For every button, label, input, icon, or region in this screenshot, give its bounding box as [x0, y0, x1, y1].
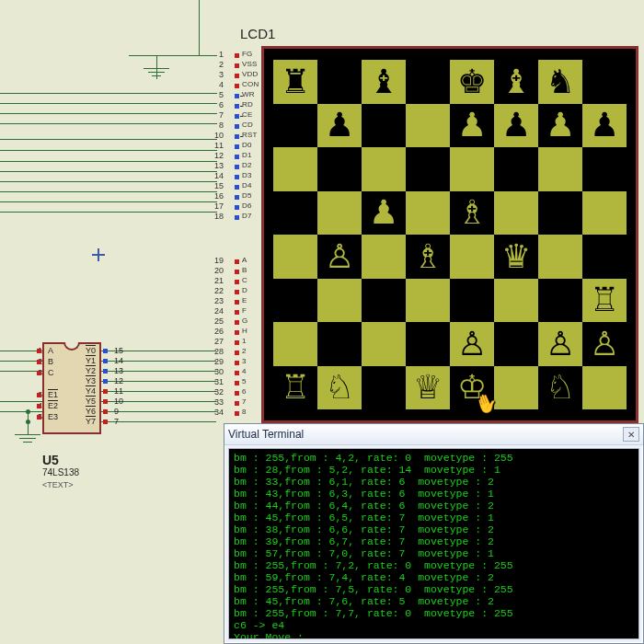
square-2-7[interactable] [582, 147, 627, 191]
square-5-2[interactable] [362, 279, 406, 323]
square-2-0[interactable] [273, 147, 317, 191]
square-4-4[interactable] [450, 235, 494, 279]
square-0-7[interactable] [582, 60, 627, 104]
piece-wk: ♔ [457, 371, 487, 404]
square-5-5[interactable] [494, 279, 538, 323]
square-7-4[interactable]: ♔ [450, 366, 494, 410]
piece-bp: ♟ [590, 109, 619, 142]
square-7-7[interactable] [582, 366, 627, 410]
square-1-5[interactable]: ♟ [494, 104, 538, 148]
virtual-terminal-window[interactable]: Virtual Terminal ✕ bm : 255,from : 4,2, … [224, 423, 644, 644]
piece-bb: ♝ [501, 65, 531, 98]
piece-bp: ♟ [325, 109, 354, 142]
square-0-5[interactable]: ♝ [494, 60, 538, 104]
piece-bp: ♟ [457, 109, 487, 142]
chess-board: ♜♝♚♝♞♟♟♟♟♟♟♗♙♗♛♖♙♙♙♖♘♕♔♘ [273, 60, 627, 409]
square-3-7[interactable] [582, 191, 627, 236]
square-4-0[interactable] [273, 235, 317, 279]
piece-wb: ♗ [457, 196, 487, 229]
square-3-4[interactable]: ♗ [450, 191, 494, 236]
piece-wp: ♙ [590, 328, 619, 361]
square-6-5[interactable] [494, 322, 538, 366]
square-1-6[interactable]: ♟ [538, 104, 582, 148]
square-1-2[interactable] [362, 104, 406, 148]
square-7-3[interactable]: ♕ [406, 366, 450, 410]
square-5-3[interactable] [406, 279, 450, 323]
square-7-0[interactable]: ♖ [273, 366, 317, 410]
lcd-ref-label: LCD1 [240, 26, 275, 41]
lcd-chess-display[interactable]: ♜♝♚♝♞♟♟♟♟♟♟♗♙♗♛♖♙♙♙♖♘♕♔♘ [261, 46, 638, 423]
piece-bp: ♟ [501, 109, 531, 142]
piece-wp: ♙ [546, 328, 575, 361]
square-2-1[interactable] [317, 147, 362, 191]
piece-wr: ♖ [590, 283, 619, 316]
piece-bp: ♟ [369, 196, 398, 229]
square-1-1[interactable]: ♟ [317, 104, 362, 148]
piece-br: ♜ [281, 65, 310, 98]
square-5-6[interactable] [538, 279, 582, 323]
square-6-7[interactable]: ♙ [582, 322, 627, 366]
piece-wb: ♗ [413, 240, 443, 273]
chip-part: 74LS138 [42, 467, 79, 477]
vt-titlebar[interactable]: Virtual Terminal ✕ [224, 424, 643, 445]
piece-wp: ♙ [325, 240, 354, 273]
piece-bk: ♚ [457, 65, 487, 98]
square-4-6[interactable] [538, 235, 582, 279]
square-0-6[interactable]: ♞ [538, 60, 582, 104]
piece-wn: ♘ [546, 371, 575, 404]
square-6-2[interactable] [362, 322, 406, 366]
square-1-4[interactable]: ♟ [450, 104, 494, 148]
square-2-6[interactable] [538, 147, 582, 191]
square-1-3[interactable] [406, 104, 450, 148]
square-6-4[interactable]: ♙ [450, 322, 494, 366]
lcd-pin-strip-bottom: 19A20B21C22D23E24F25G26H2712822933043153… [214, 257, 249, 419]
square-2-2[interactable] [362, 147, 406, 191]
square-1-0[interactable] [273, 104, 317, 148]
piece-bn: ♞ [546, 65, 575, 98]
square-0-2[interactable]: ♝ [362, 60, 406, 104]
square-4-3[interactable]: ♗ [406, 235, 450, 279]
piece-wn: ♘ [325, 371, 354, 404]
square-3-0[interactable] [273, 191, 317, 236]
piece-wr: ♖ [281, 371, 310, 404]
close-icon[interactable]: ✕ [623, 427, 639, 442]
piece-bq: ♛ [501, 240, 531, 273]
square-0-0[interactable]: ♜ [273, 60, 317, 104]
square-7-6[interactable]: ♘ [538, 366, 582, 410]
square-5-7[interactable]: ♖ [582, 279, 627, 323]
square-5-4[interactable] [450, 279, 494, 323]
square-5-1[interactable] [317, 279, 362, 323]
square-3-6[interactable] [538, 191, 582, 236]
lcd-pin-strip-top: 1FG2VSS3VDD4CON5WR6RD7CE8CD10RST11D012D1… [214, 51, 249, 223]
piece-bb: ♝ [369, 65, 398, 98]
square-1-7[interactable]: ♟ [582, 104, 627, 148]
chip-ref: U5 [42, 453, 59, 467]
square-4-7[interactable] [582, 235, 627, 279]
square-4-1[interactable]: ♙ [317, 235, 362, 279]
square-0-3[interactable] [406, 60, 450, 104]
square-4-5[interactable]: ♛ [494, 235, 538, 279]
square-6-0[interactable] [273, 322, 317, 366]
square-2-5[interactable] [494, 147, 538, 191]
square-3-5[interactable] [494, 191, 538, 236]
square-5-0[interactable] [273, 279, 317, 323]
square-3-3[interactable] [406, 191, 450, 236]
square-6-6[interactable]: ♙ [538, 322, 582, 366]
square-7-2[interactable] [362, 366, 406, 410]
pin-d7: 18D7 [214, 213, 249, 223]
chip-text: <TEXT> [42, 480, 74, 489]
square-0-1[interactable] [317, 60, 362, 104]
square-2-4[interactable] [450, 147, 494, 191]
square-7-1[interactable]: ♘ [317, 366, 362, 410]
piece-wq: ♕ [413, 371, 443, 404]
square-2-3[interactable] [406, 147, 450, 191]
vt-output[interactable]: bm : 255,from : 4,2, rate: 0 movetype : … [228, 448, 639, 639]
schematic-canvas[interactable]: LCD1 1FG2VSS3VDD4CON5WR6RD7CE8CD10RST11D… [0, 0, 644, 644]
square-3-2[interactable]: ♟ [362, 191, 406, 236]
square-6-3[interactable] [406, 322, 450, 366]
square-4-2[interactable] [362, 235, 406, 279]
square-6-1[interactable] [317, 322, 362, 366]
square-3-1[interactable] [317, 191, 362, 236]
square-0-4[interactable]: ♚ [450, 60, 494, 104]
square-7-5[interactable] [494, 366, 538, 410]
